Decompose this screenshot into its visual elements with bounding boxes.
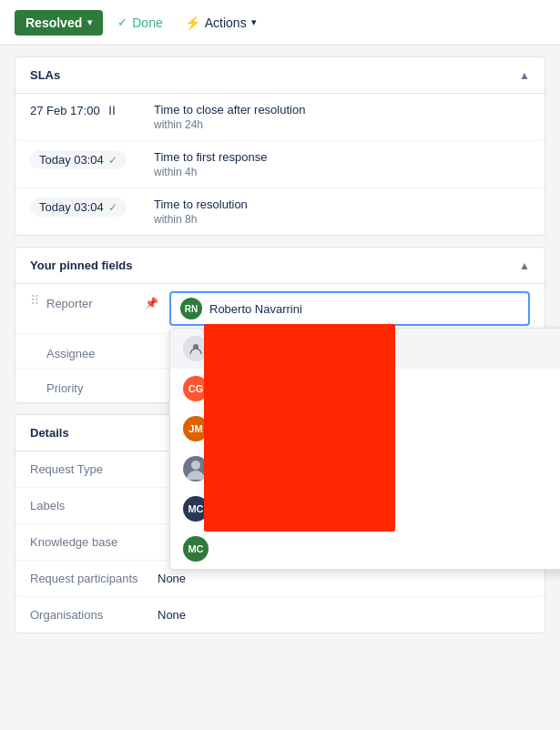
chevron-down-icon: ▾ [87, 17, 92, 27]
request-type-label: Request Type [30, 455, 158, 483]
sla-sublabel-1: within 24h [154, 118, 305, 131]
reporter-label: Reporter [46, 291, 137, 310]
lightning-icon: ⚡ [185, 15, 200, 30]
dropdown-item-mc2[interactable]: MC [170, 529, 560, 569]
sla-label-3: Time to resolution [154, 198, 248, 211]
collapse-icon[interactable]: ▲ [519, 69, 530, 82]
collapse-icon-pinned[interactable]: ▲ [519, 259, 530, 272]
sla-pill-2: Today 03:04 ✓ [30, 150, 127, 169]
sla-row-3: Today 03:04 ✓ Time to resolution within … [15, 188, 545, 235]
organisations-value[interactable]: None [158, 601, 186, 629]
labels-label: Labels [30, 492, 158, 520]
drag-handle-icon[interactable]: ⠿ [30, 293, 39, 308]
pause-icon: ⏸ [106, 103, 118, 117]
slas-header: SLAs ▲ [15, 57, 545, 94]
sla-time-3: Today 03:04 [39, 200, 104, 214]
sla-row-1: 27 Feb 17:00 ⏸ Time to close after resol… [15, 94, 545, 141]
slas-title: SLAs [30, 68, 60, 82]
reporter-avatar: RN [180, 298, 202, 319]
toolbar: Resolved ▾ ✓ Done ⚡ Actions ▾ [0, 0, 560, 46]
main-content: SLAs ▲ 27 Feb 17:00 ⏸ Time to close afte… [0, 46, 560, 644]
reporter-input-wrap: RN Roberto Navarrini Anonym [169, 291, 530, 326]
svg-point-1 [191, 461, 200, 470]
sla-sublabel-2: within 4h [154, 166, 268, 178]
checkmark-icon: ✓ [117, 15, 127, 29]
assignee-label: Assignee [46, 341, 137, 360]
check-icon-2: ✓ [108, 154, 117, 167]
sla-label-1: Time to close after resolution [154, 103, 305, 117]
reporter-field-row: ⠿ Reporter 📌 RN Roberto Navarrini [15, 284, 545, 334]
sla-info-2: Time to first response within 4h [154, 150, 268, 178]
sla-row-2: Today 03:04 ✓ Time to first response wit… [15, 141, 545, 188]
priority-label: Priority [46, 376, 137, 395]
sla-info-3: Time to resolution within 8h [154, 198, 248, 226]
sla-time-badge-2: Today 03:04 ✓ [30, 150, 139, 169]
sla-time-badge-1: 27 Feb 17:00 ⏸ [30, 103, 139, 117]
done-button[interactable]: ✓ Done [110, 10, 169, 35]
sla-time-badge-3: Today 03:04 ✓ [30, 198, 139, 217]
pinned-fields-header: Your pinned fields ▲ [15, 248, 545, 284]
reporter-name: Roberto Navarrini [209, 302, 302, 316]
avatar-mc2: MC [183, 536, 209, 562]
red-overlay [204, 324, 395, 532]
chevron-down-icon: ▾ [251, 16, 257, 28]
slas-card: SLAs ▲ 27 Feb 17:00 ⏸ Time to close afte… [15, 56, 545, 236]
resolved-button[interactable]: Resolved ▾ [15, 10, 103, 35]
sla-time-1: 27 Feb 17:00 [30, 104, 100, 117]
reporter-input[interactable]: RN Roberto Navarrini [169, 291, 530, 326]
pinned-fields-title: Your pinned fields [30, 259, 132, 272]
actions-button[interactable]: ⚡ Actions ▾ [178, 10, 264, 35]
sla-label-2: Time to first response [154, 150, 268, 164]
sla-sublabel-3: within 8h [154, 213, 248, 226]
check-icon-3: ✓ [108, 201, 117, 214]
organisations-row: Organisations None [15, 597, 545, 633]
details-title: Details [30, 426, 69, 440]
resolved-label: Resolved [25, 15, 82, 30]
sla-pill-3: Today 03:04 ✓ [30, 198, 127, 217]
knowledge-base-label: Knowledge base [30, 528, 158, 556]
pin-icon: 📌 [145, 297, 158, 309]
pinned-fields-card: Your pinned fields ▲ ⠿ Reporter 📌 RN Rob… [15, 247, 545, 403]
request-participants-label: Request participants [30, 564, 158, 593]
sla-info-1: Time to close after resolution within 24… [154, 103, 305, 131]
sla-time-2: Today 03:04 [39, 153, 104, 167]
organisations-label: Organisations [30, 601, 158, 629]
